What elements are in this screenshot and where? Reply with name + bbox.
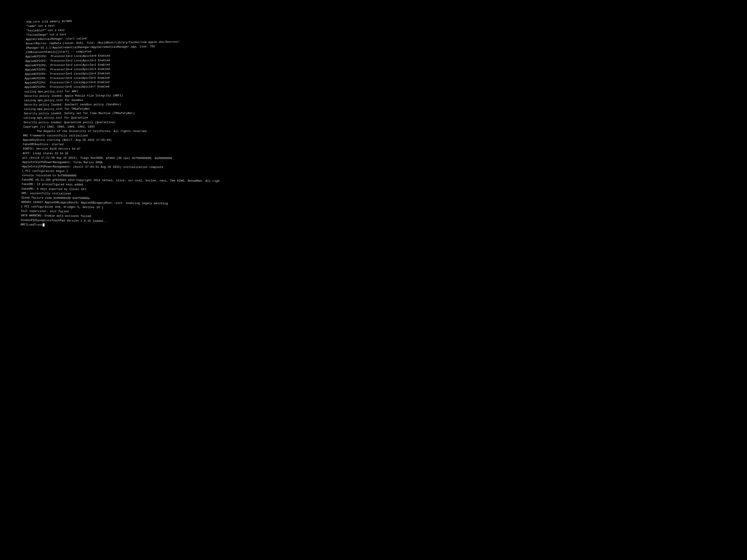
terminal-cursor [43,223,45,226]
terminal-line: MAC Framework successfully initialized [23,134,747,139]
terminal-line: Copyright (c) 1982, 1986, 1989, 1991, 19… [23,124,747,129]
screen: kdp_core zlib memory 0x7000"name" not a … [0,0,747,560]
terminal-line: Security policy loaded: Quarantine polic… [23,119,747,125]
terminal-output: kdp_core zlib memory 0x7000"name" not a … [20,0,747,236]
terminal-line: The Regents of the University of Califor… [23,129,747,134]
screen-inner: kdp_core zlib memory 0x7000"name" not a … [20,0,747,236]
